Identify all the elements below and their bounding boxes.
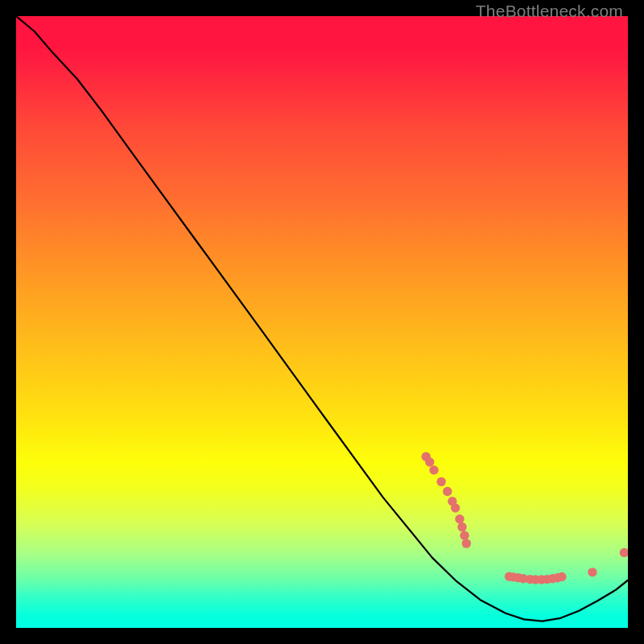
data-point [455, 514, 464, 523]
data-point [457, 522, 466, 531]
data-point [460, 531, 469, 540]
data-point [557, 572, 566, 581]
data-point [462, 539, 471, 547]
data-point [588, 568, 597, 576]
data-point [425, 457, 434, 466]
plot-area [16, 16, 628, 628]
watermark-text: TheBottleneck.com [476, 2, 623, 21]
chart-overlay-svg [16, 16, 628, 628]
data-points-group [422, 452, 629, 584]
bottleneck-curve [16, 16, 628, 621]
data-point [429, 465, 438, 474]
chart-stage: TheBottleneck.com [0, 0, 644, 644]
data-point [451, 503, 460, 512]
data-point [620, 548, 628, 557]
data-point [437, 477, 446, 486]
data-point [443, 487, 452, 496]
